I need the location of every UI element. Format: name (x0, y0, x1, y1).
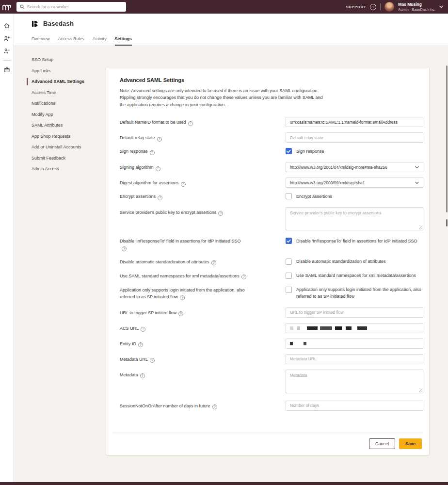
cancel-button[interactable]: Cancel (369, 438, 395, 449)
help-icon[interactable]: ? (370, 4, 376, 10)
field-control: Sign response (286, 148, 423, 155)
sidebar-item-notifications[interactable]: Notifications (32, 98, 107, 109)
checkbox-unchecked-icon[interactable] (286, 259, 292, 265)
field-label: Encrypt assertions? (120, 193, 247, 200)
help-icon[interactable]: ? (188, 121, 193, 126)
checkbox-label: Application only supports login initiate… (296, 287, 423, 300)
support-link[interactable]: SUPPORT (346, 5, 366, 9)
default-nameid-format-input[interactable] (286, 117, 423, 127)
search-input[interactable]: Search for a co-worker (16, 2, 126, 12)
sp-public-key-textarea[interactable] (286, 207, 423, 230)
field-control (286, 370, 423, 393)
help-icon[interactable]: ? (138, 342, 143, 347)
disable-inresponseto-checkbox[interactable]: Disable 'InResponseTo' field in assertio… (286, 238, 423, 244)
field-label: Disable automatic standardization of att… (120, 259, 247, 266)
help-icon[interactable]: ? (122, 246, 127, 251)
tab-access-rules[interactable]: Access Rules (58, 36, 85, 46)
tab-settings[interactable]: Settings (115, 36, 132, 46)
sidebar-item-app-shop-requests[interactable]: App Shop Requests (32, 131, 107, 142)
disable-standardization-checkbox[interactable]: Disable automatic standardization of att… (286, 259, 423, 265)
icon-rail (0, 14, 14, 482)
field-label-text: Digest algorithm for assertions (120, 180, 179, 185)
sidebar-item-add-or-uninstall-accounts[interactable]: Add or Uninstall Accounts (32, 142, 107, 153)
checkbox-unchecked-icon[interactable] (286, 287, 292, 293)
field-control (286, 323, 423, 333)
sidebar-item-admin-access[interactable]: Admin Access (32, 163, 107, 175)
help-icon[interactable]: ? (157, 137, 162, 142)
sidebar-item-saml-attributes[interactable]: SAML Attributes (32, 120, 107, 131)
redaction-block (290, 326, 293, 330)
sidebar-item-access-time[interactable]: Access Time (32, 87, 107, 98)
field-label-text: URL to trigger SP initited flow (120, 310, 176, 315)
resize-grip-icon[interactable] (419, 389, 422, 392)
signing-algorithm-select[interactable]: http://www.w3.org/2001/04/xmldsig-more#r… (286, 162, 423, 172)
help-icon[interactable]: ? (150, 150, 155, 155)
sidebar-item-label: App Shop Requests (32, 134, 70, 139)
help-icon[interactable]: ? (241, 275, 246, 279)
home-icon[interactable] (0, 19, 14, 32)
form: Default NameID format to be used?Default… (120, 117, 416, 411)
save-button[interactable]: Save (399, 438, 422, 449)
help-icon[interactable]: ? (218, 211, 223, 216)
chevron-down-icon[interactable] (439, 5, 443, 8)
field-control: http://www.w3.org/2001/04/xmldsig-more#r… (286, 162, 423, 172)
field-label: SessionNotOnOrAfter number of days in fu… (120, 401, 247, 410)
field-label-text: ACS URL (120, 326, 139, 331)
checkbox-unchecked-icon[interactable] (286, 273, 292, 279)
sp-flow-url-input[interactable] (286, 307, 423, 318)
field-control (286, 354, 423, 364)
redaction-block (346, 326, 352, 330)
sidebar-item-advanced-saml-settings[interactable]: Advanced SAML Settings (32, 76, 107, 87)
entity-id-input-redacted[interactable] (286, 339, 423, 349)
briefcase-icon[interactable] (0, 64, 14, 76)
saml-standard-namespaces-checkbox[interactable]: Use SAML standard namespaces for xml met… (286, 273, 423, 279)
sp-initiated-only-checkbox[interactable]: Application only supports login initiate… (286, 287, 423, 300)
checkbox-checked-icon[interactable] (286, 238, 292, 244)
sidebar-item-submit-feedback[interactable]: Submit Feedback (32, 153, 107, 164)
encrypt-assertions-checkbox[interactable]: Encrypt assertions (286, 193, 423, 200)
help-icon[interactable]: ? (158, 195, 162, 200)
remove-user-icon[interactable] (0, 45, 14, 57)
session-not-on-or-after-input[interactable] (286, 401, 423, 411)
help-icon[interactable]: ? (156, 166, 160, 171)
form-row-session-not-on-or-after: SessionNotOnOrAfter number of days in fu… (120, 401, 416, 411)
sidebar-item-sso-setup[interactable]: SSO Setup (32, 54, 107, 65)
scrollbar-thumb[interactable] (446, 65, 448, 212)
scrollbar-thumb-small[interactable] (446, 219, 448, 226)
help-icon[interactable]: ? (180, 295, 185, 300)
help-icon[interactable]: ? (141, 327, 145, 332)
sidebar-item-label: Modify App (32, 112, 53, 117)
rippling-logo[interactable] (0, 0, 14, 14)
metadata-url-input[interactable] (286, 354, 423, 364)
rail-divider (3, 60, 11, 61)
advanced-saml-panel: Advanced SAML Settings Note: Advanced se… (106, 67, 430, 455)
help-icon[interactable]: ? (150, 358, 155, 363)
field-label-text: Default relay state (120, 135, 155, 140)
tab-overview[interactable]: Overview (32, 36, 50, 46)
default-relay-state-input[interactable] (286, 132, 423, 143)
page-title: Basedash (43, 20, 74, 27)
field-label: Application only supports login initiate… (120, 287, 247, 301)
sign-response-checkbox[interactable]: Sign response (286, 148, 423, 155)
sidebar-item-modify-app[interactable]: Modify App (32, 109, 107, 120)
add-user-icon[interactable] (0, 32, 14, 45)
digest-algorithm-select[interactable]: http://www.w3.org/2000/09/xmldsig#sha1 (286, 178, 423, 188)
checkbox-checked-icon[interactable] (286, 148, 292, 154)
sidebar-item-app-links[interactable]: App Links (32, 65, 107, 77)
field-control: Use SAML standard namespaces for xml met… (286, 273, 423, 279)
help-icon[interactable]: ? (212, 404, 217, 409)
help-icon[interactable]: ? (211, 260, 216, 265)
field-label-text: Sign response (120, 149, 148, 154)
tab-activity[interactable]: Activity (93, 36, 107, 46)
avatar[interactable] (384, 2, 394, 12)
checkbox-unchecked-icon[interactable] (286, 193, 292, 199)
top-bar: Search for a co-worker SUPPORT ? Max Mus… (0, 0, 448, 14)
help-icon[interactable]: ? (181, 182, 186, 187)
user-menu[interactable]: Max Musing Admin · BaseDash Inc. (398, 2, 435, 12)
help-icon[interactable]: ? (178, 311, 183, 316)
metadata-textarea[interactable] (286, 370, 423, 393)
acs-url-input-redacted[interactable] (286, 323, 423, 333)
help-icon[interactable]: ? (140, 373, 145, 378)
resize-grip-icon[interactable] (419, 226, 422, 229)
redaction-block (307, 326, 318, 330)
